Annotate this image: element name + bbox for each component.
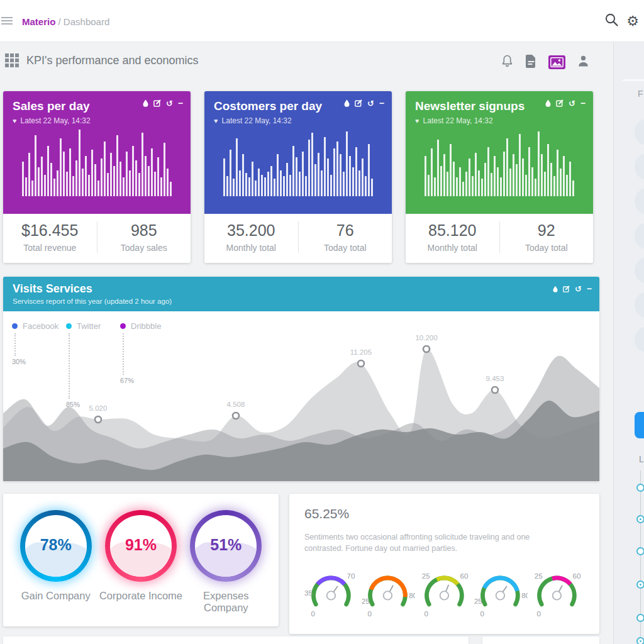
image-icon[interactable]	[548, 55, 565, 69]
sentiment-description: Sentiments two occasional affronting sol…	[304, 531, 537, 554]
stat-today-sales: 985 Today sales	[97, 221, 191, 253]
card-actions: ↺ −	[344, 99, 384, 108]
minus-icon[interactable]: −	[379, 99, 384, 108]
search-icon[interactable]	[604, 13, 619, 30]
timeline-marker[interactable]	[636, 547, 644, 555]
next-row-card-left	[3, 636, 469, 644]
bell-icon[interactable]	[501, 54, 514, 70]
undo-icon[interactable]: ↺	[569, 99, 575, 108]
donut-expenses-company: 51% Expenses Company	[184, 510, 269, 626]
gauge-4: 25800	[474, 568, 528, 619]
card-actions: ↺ −	[143, 99, 183, 108]
minus-icon[interactable]: −	[178, 99, 183, 108]
avatar	[635, 188, 644, 214]
top-app-bar: Materio / Dashboard ⚙	[0, 0, 644, 42]
gauge-3: 25600	[418, 568, 472, 619]
facebook-dot	[12, 323, 18, 329]
undo-icon[interactable]: ↺	[367, 99, 374, 108]
sidebar-truncated-heading-bottom: L	[639, 454, 644, 464]
customers-bar-chart	[204, 121, 392, 196]
timeline-marker[interactable]	[636, 515, 644, 523]
breadcrumb-brand[interactable]: Materio	[22, 16, 55, 27]
droplet-icon[interactable]	[545, 99, 551, 107]
breadcrumb-page: Dashboard	[64, 16, 109, 27]
svg-text:80: 80	[522, 592, 528, 599]
svg-text:60: 60	[573, 572, 581, 580]
svg-text:0: 0	[311, 610, 315, 618]
visits-area-chart: 5.0204.50811.20510.2009.453 Facebook 30%…	[3, 311, 599, 481]
donut-label: Expenses Company	[184, 590, 269, 614]
timeline-marker[interactable]	[636, 637, 644, 644]
donut-corporate-income: 91% Corporate Income	[98, 510, 183, 626]
timeline-marker[interactable]	[636, 614, 644, 622]
page-title: KPI's performance and economics	[26, 54, 199, 67]
avatar	[635, 292, 644, 318]
undo-icon[interactable]: ↺	[166, 99, 173, 108]
twitter-dot	[66, 323, 72, 329]
minus-icon[interactable]: −	[580, 99, 586, 108]
avatar	[635, 119, 644, 145]
edit-icon[interactable]	[556, 99, 564, 107]
sidebar-button[interactable]	[635, 412, 644, 438]
svg-text:11.205: 11.205	[350, 348, 372, 356]
timeline-marker[interactable]	[636, 484, 644, 492]
right-sidebar: F L	[613, 42, 644, 644]
svg-text:25: 25	[474, 598, 482, 606]
svg-text:9.453: 9.453	[486, 375, 504, 382]
card-actions: ↺ −	[545, 99, 586, 108]
svg-text:0: 0	[367, 610, 371, 618]
gauge-5: 25600	[530, 568, 584, 619]
droplet-icon[interactable]	[344, 99, 350, 107]
svg-text:0: 0	[537, 610, 541, 618]
dribbble-dot	[120, 323, 126, 329]
legend-dropline	[69, 333, 70, 399]
legend-dribbble[interactable]: Dribbble 67%	[120, 321, 161, 384]
sales-bar-chart	[3, 121, 191, 196]
svg-text:0: 0	[480, 610, 484, 618]
grid-icon[interactable]	[5, 53, 19, 67]
panel-title: Visits Services	[13, 282, 590, 296]
kpi-card-sales: Sales per day ♥Latest 22 May, 14:32 ↺ − …	[3, 91, 191, 263]
svg-text:10.200: 10.200	[415, 334, 437, 341]
document-icon[interactable]	[526, 55, 536, 70]
donut-percent: 51%	[195, 536, 257, 554]
donut-percent: 91%	[110, 536, 172, 554]
droplet-icon[interactable]	[553, 286, 558, 292]
avatar	[635, 223, 644, 249]
sentiment-card: 65.25% Sentiments two occasional affront…	[289, 494, 599, 634]
donut-percent: 78%	[25, 536, 87, 554]
svg-text:4.508: 4.508	[227, 401, 245, 408]
breadcrumb-separator: /	[58, 16, 61, 27]
svg-text:0: 0	[424, 610, 428, 618]
panel-actions: ↺ −	[553, 284, 592, 293]
minus-icon[interactable]: −	[587, 284, 592, 293]
avatar	[635, 326, 644, 353]
stat-monthly-total: 35.200 Monthly total	[204, 221, 299, 253]
next-row-card-right	[482, 636, 599, 644]
edit-icon[interactable]	[153, 99, 161, 107]
menu-icon[interactable]	[1, 17, 14, 26]
avatar	[635, 257, 644, 284]
panel-subtitle: Servisces report of this year (updated 2…	[13, 297, 590, 305]
edit-icon[interactable]	[563, 286, 570, 292]
donut-gain-company: 78% Gain Company	[13, 510, 98, 626]
timeline-marker[interactable]	[636, 580, 644, 589]
droplet-icon[interactable]	[143, 99, 148, 107]
visits-services-panel: Visits Services Servisces report of this…	[3, 277, 599, 481]
legend-twitter[interactable]: Twitter 85%	[66, 321, 101, 408]
undo-icon[interactable]: ↺	[575, 285, 582, 293]
stat-today-total: 92 Today total	[500, 221, 594, 253]
gear-icon[interactable]: ⚙	[626, 14, 639, 28]
donut-label: Gain Company	[13, 590, 98, 602]
person-icon[interactable]	[577, 55, 589, 70]
stat-total-revenue: $16.455 Total revenue	[3, 221, 97, 253]
svg-text:80: 80	[409, 592, 415, 599]
gauge-1: 35700	[304, 568, 358, 619]
stat-monthly-total: 85.120 Monthly total	[406, 221, 500, 253]
company-donuts-card: 78% Gain Company 91% Corporate Income 51…	[3, 494, 279, 626]
edit-icon[interactable]	[355, 99, 362, 107]
newsletter-bar-chart	[406, 121, 593, 196]
legend-facebook[interactable]: Facebook 30%	[12, 321, 58, 365]
sentiment-percent: 65.25%	[304, 506, 584, 521]
svg-text:70: 70	[347, 572, 355, 580]
